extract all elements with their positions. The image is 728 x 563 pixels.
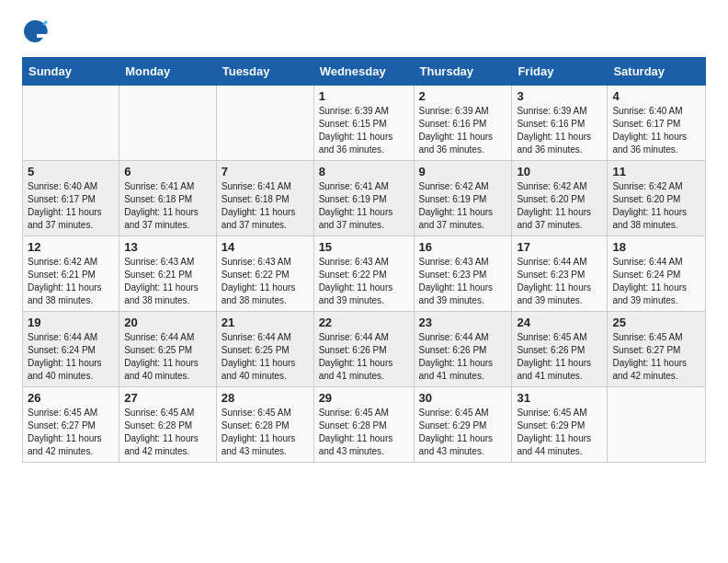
day-cell: 12Sunrise: 6:42 AM Sunset: 6:21 PM Dayli… (23, 236, 119, 312)
calendar-header: Sunday Monday Tuesday Wednesday Thursday… (23, 58, 706, 86)
week-row-3: 12Sunrise: 6:42 AM Sunset: 6:21 PM Dayli… (23, 236, 706, 312)
day-cell: 5Sunrise: 6:40 AM Sunset: 6:17 PM Daylig… (23, 161, 119, 236)
page: Sunday Monday Tuesday Wednesday Thursday… (0, 0, 728, 477)
day-info: Sunrise: 6:44 AM Sunset: 6:25 PM Dayligh… (222, 331, 309, 383)
day-cell (216, 86, 313, 161)
day-number: 26 (28, 391, 114, 405)
day-info: Sunrise: 6:42 AM Sunset: 6:19 PM Dayligh… (419, 180, 507, 232)
day-cell (23, 86, 119, 161)
day-cell: 25Sunrise: 6:45 AM Sunset: 6:27 PM Dayli… (608, 312, 706, 387)
header (22, 18, 706, 44)
day-info: Sunrise: 6:42 AM Sunset: 6:20 PM Dayligh… (612, 180, 700, 232)
day-cell: 22Sunrise: 6:44 AM Sunset: 6:26 PM Dayli… (313, 312, 414, 387)
day-info: Sunrise: 6:45 AM Sunset: 6:27 PM Dayligh… (612, 331, 700, 383)
day-info: Sunrise: 6:45 AM Sunset: 6:28 PM Dayligh… (319, 407, 409, 458)
day-info: Sunrise: 6:41 AM Sunset: 6:18 PM Dayligh… (124, 180, 211, 232)
day-cell: 27Sunrise: 6:45 AM Sunset: 6:28 PM Dayli… (119, 387, 217, 463)
day-number: 8 (319, 165, 409, 178)
col-friday: Friday (512, 58, 608, 86)
header-row: Sunday Monday Tuesday Wednesday Thursday… (23, 58, 706, 86)
day-number: 20 (124, 316, 211, 329)
week-row-5: 26Sunrise: 6:45 AM Sunset: 6:27 PM Dayli… (23, 387, 706, 463)
col-sunday: Sunday (23, 58, 119, 86)
day-cell: 15Sunrise: 6:43 AM Sunset: 6:22 PM Dayli… (313, 236, 414, 312)
day-info: Sunrise: 6:39 AM Sunset: 6:15 PM Dayligh… (319, 105, 409, 156)
day-info: Sunrise: 6:45 AM Sunset: 6:29 PM Dayligh… (517, 407, 602, 458)
day-number: 6 (124, 165, 211, 178)
col-tuesday: Tuesday (216, 58, 313, 86)
day-number: 3 (517, 89, 602, 103)
day-cell: 24Sunrise: 6:45 AM Sunset: 6:26 PM Dayli… (512, 312, 608, 387)
day-cell: 13Sunrise: 6:43 AM Sunset: 6:21 PM Dayli… (119, 236, 217, 312)
day-info: Sunrise: 6:43 AM Sunset: 6:21 PM Dayligh… (124, 256, 211, 307)
day-cell: 28Sunrise: 6:45 AM Sunset: 6:28 PM Dayli… (216, 387, 313, 463)
day-cell: 3Sunrise: 6:39 AM Sunset: 6:16 PM Daylig… (512, 86, 608, 161)
day-info: Sunrise: 6:41 AM Sunset: 6:19 PM Dayligh… (319, 180, 409, 232)
day-info: Sunrise: 6:40 AM Sunset: 6:17 PM Dayligh… (612, 105, 700, 156)
day-number: 16 (419, 240, 507, 254)
day-info: Sunrise: 6:44 AM Sunset: 6:26 PM Dayligh… (419, 331, 507, 383)
day-number: 14 (222, 240, 309, 254)
day-info: Sunrise: 6:43 AM Sunset: 6:22 PM Dayligh… (222, 256, 309, 307)
day-cell: 31Sunrise: 6:45 AM Sunset: 6:29 PM Dayli… (512, 387, 608, 463)
col-wednesday: Wednesday (313, 58, 414, 86)
day-info: Sunrise: 6:44 AM Sunset: 6:25 PM Dayligh… (124, 331, 211, 383)
day-cell: 14Sunrise: 6:43 AM Sunset: 6:22 PM Dayli… (216, 236, 313, 312)
day-info: Sunrise: 6:44 AM Sunset: 6:26 PM Dayligh… (319, 331, 409, 383)
day-info: Sunrise: 6:41 AM Sunset: 6:18 PM Dayligh… (222, 180, 309, 232)
day-cell: 1Sunrise: 6:39 AM Sunset: 6:15 PM Daylig… (313, 86, 414, 161)
day-number: 19 (28, 316, 114, 329)
day-cell: 18Sunrise: 6:44 AM Sunset: 6:24 PM Dayli… (608, 236, 706, 312)
day-number: 7 (222, 165, 309, 178)
day-number: 12 (28, 240, 114, 254)
day-info: Sunrise: 6:45 AM Sunset: 6:28 PM Dayligh… (124, 407, 211, 458)
calendar-table: Sunday Monday Tuesday Wednesday Thursday… (22, 57, 706, 463)
day-info: Sunrise: 6:39 AM Sunset: 6:16 PM Dayligh… (517, 105, 602, 156)
logo (22, 18, 51, 44)
day-cell: 11Sunrise: 6:42 AM Sunset: 6:20 PM Dayli… (608, 161, 706, 236)
day-number: 15 (319, 240, 409, 254)
day-number: 13 (124, 240, 211, 254)
day-cell: 7Sunrise: 6:41 AM Sunset: 6:18 PM Daylig… (216, 161, 313, 236)
day-info: Sunrise: 6:44 AM Sunset: 6:24 PM Dayligh… (28, 331, 114, 383)
day-info: Sunrise: 6:40 AM Sunset: 6:17 PM Dayligh… (28, 180, 114, 232)
day-number: 21 (222, 316, 309, 329)
day-number: 25 (612, 316, 700, 329)
day-cell: 30Sunrise: 6:45 AM Sunset: 6:29 PM Dayli… (414, 387, 512, 463)
day-number: 31 (517, 391, 602, 405)
day-cell: 17Sunrise: 6:44 AM Sunset: 6:23 PM Dayli… (512, 236, 608, 312)
day-cell: 6Sunrise: 6:41 AM Sunset: 6:18 PM Daylig… (119, 161, 217, 236)
day-number: 30 (419, 391, 507, 405)
day-info: Sunrise: 6:42 AM Sunset: 6:21 PM Dayligh… (28, 256, 114, 307)
day-info: Sunrise: 6:43 AM Sunset: 6:22 PM Dayligh… (319, 256, 409, 307)
day-info: Sunrise: 6:45 AM Sunset: 6:27 PM Dayligh… (28, 407, 114, 458)
day-number: 11 (612, 165, 700, 178)
day-info: Sunrise: 6:44 AM Sunset: 6:24 PM Dayligh… (612, 256, 700, 307)
col-monday: Monday (119, 58, 217, 86)
day-cell (119, 86, 217, 161)
day-cell: 26Sunrise: 6:45 AM Sunset: 6:27 PM Dayli… (23, 387, 119, 463)
day-cell: 8Sunrise: 6:41 AM Sunset: 6:19 PM Daylig… (313, 161, 414, 236)
day-cell: 23Sunrise: 6:44 AM Sunset: 6:26 PM Dayli… (414, 312, 512, 387)
day-cell: 4Sunrise: 6:40 AM Sunset: 6:17 PM Daylig… (608, 86, 706, 161)
week-row-2: 5Sunrise: 6:40 AM Sunset: 6:17 PM Daylig… (23, 161, 706, 236)
day-info: Sunrise: 6:42 AM Sunset: 6:20 PM Dayligh… (517, 180, 602, 232)
day-cell: 2Sunrise: 6:39 AM Sunset: 6:16 PM Daylig… (414, 86, 512, 161)
col-thursday: Thursday (414, 58, 512, 86)
day-cell: 9Sunrise: 6:42 AM Sunset: 6:19 PM Daylig… (414, 161, 512, 236)
day-info: Sunrise: 6:43 AM Sunset: 6:23 PM Dayligh… (419, 256, 507, 307)
day-cell: 10Sunrise: 6:42 AM Sunset: 6:20 PM Dayli… (512, 161, 608, 236)
day-info: Sunrise: 6:44 AM Sunset: 6:23 PM Dayligh… (517, 256, 602, 307)
day-number: 23 (419, 316, 507, 329)
day-cell: 29Sunrise: 6:45 AM Sunset: 6:28 PM Dayli… (313, 387, 414, 463)
day-cell: 16Sunrise: 6:43 AM Sunset: 6:23 PM Dayli… (414, 236, 512, 312)
day-info: Sunrise: 6:45 AM Sunset: 6:26 PM Dayligh… (517, 331, 602, 383)
logo-icon (22, 18, 48, 44)
day-info: Sunrise: 6:45 AM Sunset: 6:29 PM Dayligh… (419, 407, 507, 458)
day-number: 4 (612, 89, 700, 103)
day-number: 1 (319, 89, 409, 103)
day-number: 2 (419, 89, 507, 103)
week-row-4: 19Sunrise: 6:44 AM Sunset: 6:24 PM Dayli… (23, 312, 706, 387)
day-number: 9 (419, 165, 507, 178)
day-number: 24 (517, 316, 602, 329)
